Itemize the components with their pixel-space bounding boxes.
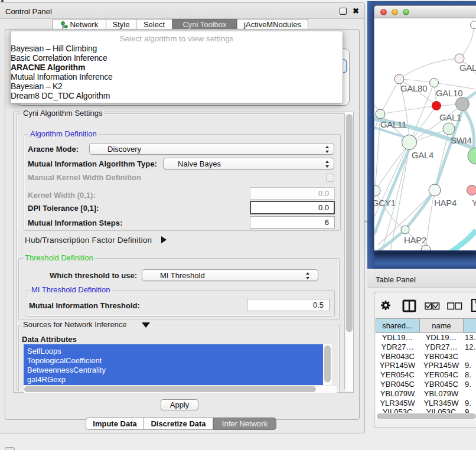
svg-text:GAL2: GAL2 <box>459 63 476 73</box>
svg-text:GAL10: GAL10 <box>436 88 462 98</box>
svg-text:Y: Y <box>472 198 476 208</box>
svg-text:GAL1: GAL1 <box>439 112 461 122</box>
svg-text:GAL80: GAL80 <box>400 83 427 93</box>
svg-text:HAP2: HAP2 <box>404 235 426 245</box>
svg-text:GCY1: GCY1 <box>374 198 396 208</box>
svg-text:GAL11: GAL11 <box>380 119 406 129</box>
svg-text:GAL4: GAL4 <box>412 150 433 160</box>
svg-text:SWI4: SWI4 <box>451 135 471 145</box>
svg-text:HAP4: HAP4 <box>434 198 457 208</box>
